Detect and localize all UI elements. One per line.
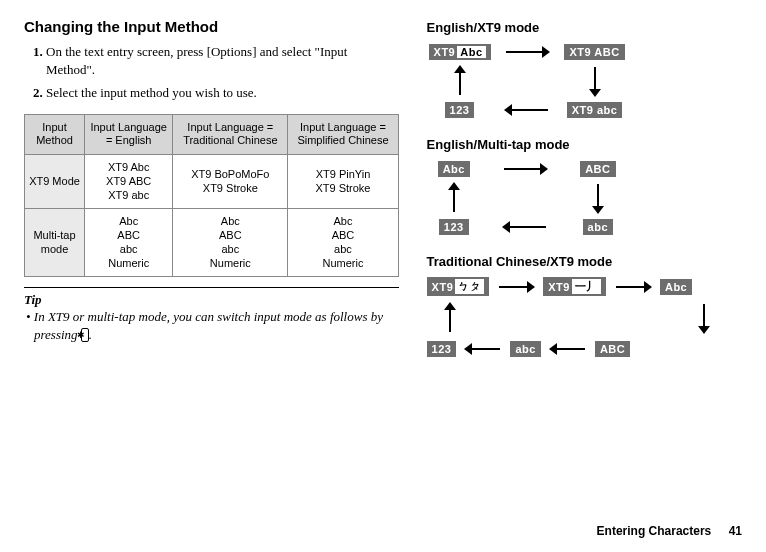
arrow-down-icon bbox=[695, 302, 713, 334]
heading-trad-chinese-xt9: Traditional Chinese/XT9 mode bbox=[427, 254, 742, 269]
cell: XT9 Abc XT9 ABC XT9 abc bbox=[85, 155, 173, 209]
arrow-up-icon bbox=[451, 65, 469, 97]
arrow-left-icon bbox=[502, 218, 548, 236]
badge-abc-upper: ABC bbox=[580, 161, 615, 177]
cycle-trad-chinese: XT9ㄅㄆ XT9一丿 Abc 123 abc ABC bbox=[427, 277, 727, 358]
badge-xt9-bopomofo: XT9ㄅㄆ bbox=[427, 277, 490, 296]
tip-heading: Tip bbox=[24, 287, 399, 308]
badge-xt9-abc-lower: XT9 abc bbox=[567, 102, 623, 118]
cell: XT9 BoPoMoFo XT9 Stroke bbox=[173, 155, 288, 209]
badge-xt9-abc-mixed: XT9Abc bbox=[429, 44, 491, 60]
th-input-method: Input Method bbox=[25, 114, 85, 155]
arrow-left-icon bbox=[504, 101, 550, 119]
badge-abc-lower: abc bbox=[583, 219, 613, 235]
badge-abc-lower: abc bbox=[510, 341, 540, 357]
heading-english-xt9: English/XT9 mode bbox=[427, 20, 742, 35]
star-key-icon: ✱ bbox=[81, 328, 89, 342]
table-row: XT9 Mode XT9 Abc XT9 ABC XT9 abc XT9 BoP… bbox=[25, 155, 399, 209]
arrow-right-icon bbox=[502, 160, 548, 178]
badge-xt9-stroke: XT9一丿 bbox=[543, 277, 606, 296]
row-xt9-label: XT9 Mode bbox=[25, 155, 85, 209]
table-row: Multi-tap mode Abc ABC abc Numeric Abc A… bbox=[25, 209, 399, 277]
cycle-english-xt9: XT9Abc XT9 ABC 123 XT9 abc bbox=[427, 43, 627, 119]
badge-abc-mixed: Abc bbox=[660, 279, 692, 295]
steps-list: On the text entry screen, press [Options… bbox=[24, 43, 399, 102]
arrow-left-icon bbox=[464, 340, 502, 358]
badge-abc-upper: ABC bbox=[595, 341, 630, 357]
badge-abc-mixed: Abc bbox=[438, 161, 470, 177]
cell: Abc ABC abc Numeric bbox=[85, 209, 173, 277]
heading-changing-input-method: Changing the Input Method bbox=[24, 18, 399, 35]
th-lang-english: Input Language = English bbox=[85, 114, 173, 155]
tip-text-after: . bbox=[89, 327, 92, 342]
input-mode-table: Input Method Input Language = English In… bbox=[24, 114, 399, 278]
th-lang-simp: Input Language = Simplified Chinese bbox=[288, 114, 398, 155]
cell: Abc ABC abc Numeric bbox=[288, 209, 398, 277]
th-lang-trad: Input Language = Traditional Chinese bbox=[173, 114, 288, 155]
badge-xt9-abc-upper: XT9 ABC bbox=[564, 44, 624, 60]
cell: XT9 PinYin XT9 Stroke bbox=[288, 155, 398, 209]
badge-123: 123 bbox=[445, 102, 475, 118]
tip-body: • In XT9 or multi-tap mode, you can swit… bbox=[24, 308, 399, 343]
heading-english-multitap: English/Multi-tap mode bbox=[427, 137, 742, 152]
badge-123: 123 bbox=[427, 341, 457, 357]
arrow-up-icon bbox=[441, 302, 459, 334]
arrow-right-icon bbox=[497, 278, 535, 296]
row-multitap-label: Multi-tap mode bbox=[25, 209, 85, 277]
arrow-up-icon bbox=[445, 182, 463, 214]
arrow-right-icon bbox=[504, 43, 550, 61]
step-1: On the text entry screen, press [Options… bbox=[46, 43, 399, 78]
cell: Abc ABC abc Numeric bbox=[173, 209, 288, 277]
badge-123: 123 bbox=[439, 219, 469, 235]
step-2: Select the input method you wish to use. bbox=[46, 84, 399, 102]
arrow-left-icon bbox=[549, 340, 587, 358]
cycle-english-multitap: Abc ABC 123 abc bbox=[427, 160, 627, 236]
arrow-down-icon bbox=[589, 182, 607, 214]
arrow-down-icon bbox=[586, 65, 604, 97]
arrow-right-icon bbox=[614, 278, 652, 296]
